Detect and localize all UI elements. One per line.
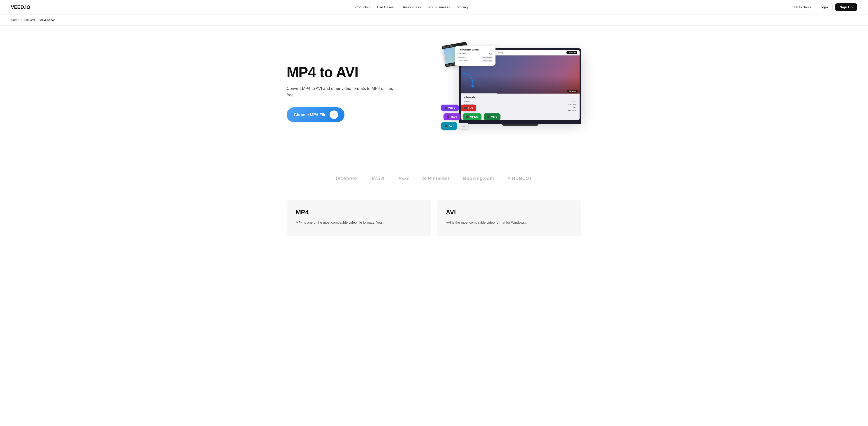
hero-description: Convert MP4 to AVI and other video forma… [287,85,400,98]
info-card-avi: AVI AVI is the most compatible video for… [437,200,581,236]
brand-booking: Booking.com [463,176,494,181]
breadcrumb-home[interactable]: Home [11,18,19,22]
breadcrumb-convert[interactable]: Convert [24,18,35,22]
chevron-down-icon: ▾ [395,6,396,8]
nav-item-resources[interactable]: Resources ▾ [400,3,424,11]
dashboard-badge: Dashboard [566,51,577,54]
svg-marker-0 [471,85,475,88]
page-title: MP4 to AVI [287,65,400,80]
format-badge-flv: ⬛FLV [461,105,476,111]
nav-item-use-cases[interactable]: Use Cases ▾ [374,3,399,11]
signup-button[interactable]: Sign Up [835,3,857,11]
breadcrumb: Home › Convert › MP4 To AVI [0,15,868,26]
format-badge-mov: ⬛MOV [443,113,460,120]
format-badge-avi: ⬛AVI [441,122,457,130]
breadcrumb-current: MP4 To AVI [39,18,56,22]
nav-actions: Talk to Sales Login Sign Up [792,3,857,11]
brand-pg: P&G [399,176,409,181]
conversion-panel: ← Conversion Options Convert toAVI Resol… [455,46,495,66]
hero-visual: ← Conversion Options Convert toAVI Resol… [441,39,581,148]
choose-file-button[interactable]: Choose MP4 File ↑ [287,107,344,122]
nav-item-products[interactable]: Products ▾ [351,3,373,11]
info-card-mp4: MP4 MP4 is one of the most compatible vi… [287,200,431,236]
nav-links: Products ▾ Use Cases ▾ Resources ▾ For B… [351,3,471,11]
brand-pinterest: Pinterest [423,176,450,181]
breadcrumb-separator: › [21,18,22,22]
brands-section: facebook VISA P&G Pinterest Booking.com … [0,166,868,195]
info-section: MP4 MP4 is one of the most compatible vi… [276,195,592,250]
chevron-down-icon: ▾ [369,6,370,8]
chevron-down-icon: ▾ [449,6,450,8]
format-badge-mkv: ⬛MKV [484,113,500,120]
brand-logo[interactable]: VEED.IO [11,4,30,10]
file-details-title: File Details [464,96,577,98]
breadcrumb-separator: › [37,18,37,22]
edit-video-button[interactable]: Edit Video [567,90,578,92]
format-badges: ⬛WMV ⬛FLV ⬛MOV ⬛MPEG ⬛MKV ⬛AVI [441,105,500,130]
format-badge-mpeg: ⬛MPEG [463,113,482,120]
hero-content: MP4 to AVI Convert MP4 to AVI and other … [287,65,400,122]
format-badge-more: ... [459,123,468,129]
brand-hublot: HUBLOT [508,176,532,181]
format-badge-wmv: ⬛WMV [441,105,459,111]
brand-visa: VISA [371,175,385,181]
chevron-down-icon: ▾ [420,6,421,8]
conversion-arrow [459,71,477,89]
talk-to-sales-link[interactable]: Talk to Sales [792,5,811,9]
navigation: VEED.IO Products ▾ Use Cases ▾ Resources… [0,0,868,15]
brand-facebook: facebook [336,175,358,181]
nav-item-pricing[interactable]: Pricing [454,3,471,11]
nav-item-for-business[interactable]: For Business ▾ [425,3,454,11]
upload-icon: ↑ [330,110,338,119]
login-button[interactable]: Login [814,3,833,11]
